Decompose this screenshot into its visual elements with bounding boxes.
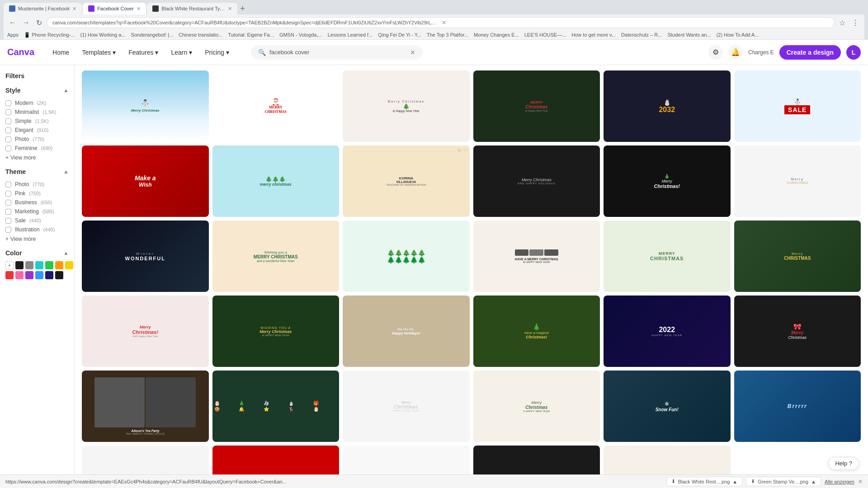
template-card-5[interactable]: ⛄ 2032: [604, 70, 731, 142]
color-swatch-green[interactable]: [45, 261, 53, 269]
filter-checkbox-sale[interactable]: [5, 218, 11, 224]
template-card-14[interactable]: Wishing you a MERRY CHRISTMAS and a wond…: [212, 221, 340, 292]
theme-show-more[interactable]: + View more: [5, 236, 69, 242]
nav-features[interactable]: Features ▾: [123, 46, 164, 59]
template-card-17[interactable]: MERRY CHRISTMAS: [604, 221, 731, 292]
template-card-13[interactable]: Winter WONDERFUL: [82, 221, 209, 292]
bookmark-lee[interactable]: LEE'S HOUSE—...: [524, 32, 566, 38]
bookmark-gmsn[interactable]: GMSN - Vologda,...: [279, 32, 322, 38]
filter-checkbox-business[interactable]: [5, 200, 11, 206]
filter-simple[interactable]: Simple (1.5K): [5, 117, 69, 126]
browser-menu[interactable]: ⋮: [850, 18, 861, 28]
bookmark-working[interactable]: (1) How Working a...: [80, 32, 126, 38]
color-swatch-blue[interactable]: [35, 271, 43, 279]
filter-feminine[interactable]: Feminine (690): [5, 144, 69, 153]
filter-business[interactable]: Business (650): [5, 198, 69, 207]
template-card-22[interactable]: 🎄 have a magical Christmas!: [473, 296, 600, 367]
bookmark-student[interactable]: Student Wants an...: [667, 32, 711, 38]
bookmark-star[interactable]: ☆: [837, 18, 847, 28]
bookmark-chinese[interactable]: Chinese translatio...: [179, 32, 222, 38]
tab-facebook[interactable]: Musterseite | Facebook ✕: [4, 3, 82, 14]
card-9-menu[interactable]: ⋯: [463, 147, 468, 153]
bookmark-qing[interactable]: Qing Fei De Yi - Y...: [378, 32, 421, 38]
filter-checkbox-minimalist[interactable]: [5, 109, 11, 115]
tab-close-1[interactable]: ✕: [72, 6, 76, 12]
bookmark-phone[interactable]: 📱 Phone Recycling-...: [24, 32, 75, 38]
template-card-29[interactable]: ❄ Snow Fun!: [604, 371, 731, 442]
template-card-21[interactable]: Ho Ho Ho, Happy Holidays!: [343, 296, 470, 367]
color-swatch-black2[interactable]: [55, 271, 63, 279]
color-swatch-black[interactable]: [15, 261, 24, 269]
template-card-20[interactable]: WISHING YOU A Merry Christmas & HAPPY NE…: [212, 296, 340, 367]
template-card-23[interactable]: 2022 HAPPY NEW YEAR: [604, 296, 731, 367]
search-bar[interactable]: 🔍 facebook cover ✕: [251, 45, 423, 60]
tab-close-3[interactable]: ✕: [228, 6, 232, 12]
bookmark-apps[interactable]: Apps: [7, 32, 19, 38]
card-9-star[interactable]: ☆: [457, 147, 462, 153]
template-card-8[interactable]: 🎄🎄🎄 merry christmas: [212, 145, 340, 217]
show-all-label[interactable]: Alle anzeigen: [825, 479, 854, 484]
template-card-19[interactable]: Merry Christmas! And Happy New Year: [82, 296, 209, 367]
theme-toggle[interactable]: ▲: [63, 169, 69, 175]
help-button[interactable]: Help ?: [828, 457, 859, 470]
filter-checkbox-photo[interactable]: [5, 136, 11, 142]
forward-button[interactable]: →: [21, 18, 32, 28]
filter-checkbox-pink[interactable]: [5, 191, 11, 197]
template-card-28[interactable]: Merry Christmas A HAPPY NEW YEAR: [473, 371, 600, 442]
template-card-12[interactable]: Merry CHRISTMAS: [734, 145, 861, 217]
settings-icon[interactable]: ⚙: [708, 45, 723, 60]
filter-modern[interactable]: Modern (2K): [5, 99, 69, 108]
filter-checkbox-elegant[interactable]: [5, 127, 11, 133]
template-card-2[interactable]: 🎅 MERRYCHRISTMAS: [212, 70, 340, 142]
address-clear[interactable]: ✕: [442, 19, 829, 26]
template-card-3[interactable]: Merry Christmas 🎄 & Happy New Year: [343, 70, 470, 142]
search-clear-button[interactable]: ✕: [410, 49, 415, 56]
filter-photo[interactable]: Photo (770): [5, 135, 69, 144]
bookmark-more-v[interactable]: How to get more v...: [571, 32, 616, 38]
template-card-7[interactable]: Make a Wish: [82, 145, 209, 217]
color-swatch-gray[interactable]: [25, 261, 33, 269]
bell-icon[interactable]: 🔔: [728, 45, 743, 60]
filter-checkbox-marketing[interactable]: [5, 209, 11, 215]
color-swatch-teal[interactable]: [35, 261, 43, 269]
nav-home[interactable]: Home: [47, 46, 75, 59]
template-card-15[interactable]: 🎄🎄🎄🎄🎄🌲🌲🌲🌲🌲: [343, 221, 470, 292]
template-card-9[interactable]: ☆ ⋯ KORINA VILLANUEVA TEACHER OF KINDERG…: [343, 145, 470, 217]
filter-checkbox-simple[interactable]: [5, 118, 11, 124]
template-card-16[interactable]: HAVE A MERRY CHRISTMAS & HAPPY NEW YEAR: [473, 221, 600, 292]
bookmark-add[interactable]: (2) How To Add A...: [717, 32, 759, 38]
download-arrow-1[interactable]: ▲: [732, 479, 737, 484]
filter-elegant[interactable]: Elegant (910): [5, 126, 69, 135]
nav-learn[interactable]: Learn ▾: [165, 46, 198, 59]
nav-pricing[interactable]: Pricing ▾: [199, 46, 235, 59]
filter-marketing[interactable]: Marketing (580): [5, 207, 69, 216]
reload-button[interactable]: ↻: [34, 18, 44, 28]
color-swatch-red[interactable]: [5, 271, 14, 279]
bookmark-daten[interactable]: Datenschutz – R...: [621, 32, 662, 38]
template-card-10[interactable]: Merry Christmas AND HAPPY HOLIDAYS: [473, 145, 600, 217]
template-card-31[interactable]: [82, 446, 209, 474]
back-button[interactable]: ←: [7, 18, 18, 28]
color-add-button[interactable]: +: [5, 261, 14, 269]
color-swatch-orange[interactable]: [55, 261, 63, 269]
download-item-2[interactable]: ⬇ Green Stamp Ve....png ▲: [746, 477, 821, 486]
template-card-18[interactable]: Merry CHRISTMAS: [734, 221, 861, 292]
color-swatch-yellow[interactable]: [65, 261, 73, 269]
download-arrow-2[interactable]: ▲: [811, 479, 816, 484]
template-card-24[interactable]: 🎀 Merry Christmas: [734, 296, 861, 367]
filter-minimalist[interactable]: Minimalist (1.5K): [5, 108, 69, 117]
create-design-button[interactable]: Create a design: [779, 45, 841, 60]
style-show-more[interactable]: + View more: [5, 155, 69, 161]
bookmark-top3[interactable]: The Top 3 Platfor...: [427, 32, 468, 38]
template-card-26[interactable]: 🎅🎄🧦⛄🎁 🍪🔔⭐🦌🎅: [212, 371, 340, 442]
filter-illustration[interactable]: Illustration (440): [5, 225, 69, 234]
tab-close-2[interactable]: ✕: [137, 6, 141, 12]
address-bar[interactable]: canva.com/search/templates?q=Facebook%20…: [47, 17, 835, 28]
filter-photo-theme[interactable]: Photo (770): [5, 180, 69, 189]
template-card-4[interactable]: MERRY Christmas & Happy New Year: [473, 70, 600, 142]
search-text[interactable]: facebook cover: [269, 49, 406, 56]
tab-canva-cover[interactable]: Facebook Cover ✕: [83, 3, 146, 14]
filter-checkbox-illustration[interactable]: [5, 227, 11, 233]
template-card-27[interactable]: Merry Christmas HAPPY NEW YEAR: [343, 371, 470, 442]
bookmark-sonder[interactable]: Sonderangebot! |...: [131, 32, 173, 38]
